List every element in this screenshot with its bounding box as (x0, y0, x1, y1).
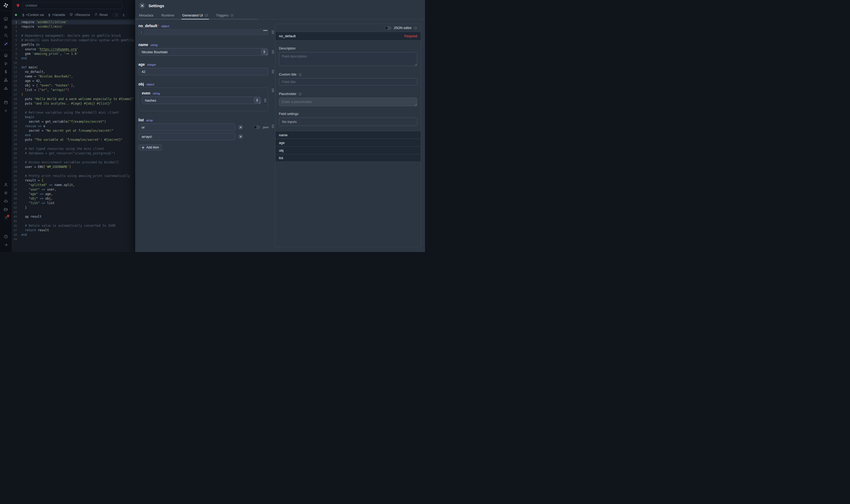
sidebar-item-help[interactable] (0, 233, 12, 241)
sidebar-expand-button[interactable] (0, 241, 12, 249)
code-line[interactable]: 10 (12, 61, 135, 65)
sidebar-item-settings[interactable] (0, 189, 12, 197)
code-line[interactable]: 8 gem 'amazing_print', '~> 1.6' (12, 52, 135, 56)
code-line[interactable]: 5# Windmill uses bundler/inline compatib… (12, 38, 135, 42)
code-line[interactable]: 12 no_default, (12, 70, 135, 74)
sidebar-item-assistant[interactable] (0, 197, 12, 206)
code-line[interactable]: 11def main( (12, 65, 135, 70)
code-line[interactable]: 1require 'windmill/inline' (12, 20, 135, 24)
windmill-logo[interactable] (0, 0, 12, 11)
age-input[interactable] (139, 68, 268, 75)
json-toggle[interactable] (253, 125, 260, 129)
code-line[interactable]: 31 (12, 156, 135, 160)
drag-handle-icon[interactable] (272, 124, 274, 128)
sidebar-item-folders[interactable] (0, 206, 12, 214)
diff-mode-icon[interactable]: ± (123, 13, 125, 17)
no-default-json-input[interactable]: 1 (139, 29, 268, 35)
sidebar-item-home[interactable] (0, 52, 12, 60)
add-variable-button[interactable]: $ +Variable (49, 13, 65, 17)
field-row-age[interactable]: age (275, 139, 421, 146)
code-line[interactable]: 21 # Retrieve variables using the Windmi… (12, 110, 135, 115)
code-line[interactable]: 4# Dependency management: declare gems i… (12, 34, 135, 38)
code-line[interactable]: 15 obj = { "even": "hashes" }, (12, 83, 135, 88)
add-item-button[interactable]: Add item (139, 144, 162, 150)
code-line[interactable]: 47 return result (12, 228, 135, 233)
sidebar-item-favorites[interactable] (0, 23, 12, 32)
code-line[interactable]: 13 name = "Nicolas Bourbaki", (12, 74, 135, 79)
drag-handle-icon[interactable] (272, 30, 274, 34)
scrollbar-thumb[interactable] (263, 30, 268, 31)
add-resource-button[interactable]: +Resource (70, 13, 90, 17)
drag-handle-icon[interactable] (272, 70, 274, 74)
code-line[interactable]: 20 (12, 106, 135, 110)
description-textarea[interactable] (279, 52, 417, 66)
field-row-obj[interactable]: obj (275, 146, 421, 154)
tab-runtime[interactable]: Runtime (161, 11, 174, 19)
code-line[interactable]: 34 (12, 169, 135, 174)
drag-handle-icon[interactable] (272, 88, 274, 92)
add-context-var-button[interactable]: $ +Context var (22, 13, 44, 17)
code-line[interactable]: 24 rescue => e (12, 124, 135, 128)
code-line[interactable]: 39 "age" => age, (12, 192, 135, 196)
code-line[interactable]: 3 (12, 29, 135, 34)
code-line[interactable]: 40 "obj" => obj, (12, 196, 135, 201)
reset-button[interactable]: Reset (94, 13, 108, 17)
code-line[interactable]: 14 age = 42, (12, 79, 135, 83)
remove-item-button[interactable] (238, 134, 243, 139)
sidebar-item-triggers[interactable] (0, 85, 12, 93)
sidebar-item-search[interactable] (0, 32, 12, 40)
sidebar-item-ai[interactable] (0, 40, 12, 48)
code-line[interactable]: 44 ap result (12, 215, 135, 219)
sidebar-item-resources[interactable] (0, 76, 12, 85)
code-line[interactable]: 38 "user" => user, (12, 187, 135, 192)
code-line[interactable]: 28 (12, 142, 135, 147)
code-line[interactable]: 29 # Get typed resources using the mini … (12, 147, 135, 151)
code-line[interactable]: 17) (12, 92, 135, 97)
code-line[interactable]: 18 puts "Hello World and a warm welcome … (12, 97, 135, 102)
code-line[interactable]: 35 # Pretty print results using amazing_… (12, 174, 135, 178)
sidebar-item-logs[interactable] (0, 214, 12, 222)
field-row-list[interactable]: list (275, 154, 421, 162)
sidebar-item-add[interactable] (0, 107, 12, 115)
selected-field-row[interactable]: no_default Required (275, 32, 421, 40)
code-line[interactable]: 48end (12, 233, 135, 237)
code-line[interactable]: 7 source 'https://rubygems.org' (12, 47, 135, 52)
sidebar-item-schedules[interactable] (0, 99, 12, 107)
code-editor[interactable]: 1require 'windmill/inline'2require 'wind… (12, 19, 135, 252)
sidebar-item-runs[interactable] (0, 60, 12, 68)
list-item-input[interactable] (139, 133, 235, 140)
sidebar-item-account[interactable] (0, 181, 12, 189)
field-row-name[interactable]: name (275, 131, 421, 139)
code-line[interactable]: 42 } (12, 205, 135, 210)
script-title-input[interactable] (22, 2, 122, 9)
even-input[interactable] (142, 96, 261, 104)
close-button[interactable] (139, 2, 145, 9)
code-line[interactable]: 6gemfile do (12, 42, 135, 47)
code-line[interactable]: 26 end (12, 133, 135, 138)
code-line[interactable]: 36 result = { (12, 178, 135, 183)
tab-metadata[interactable]: Metadata (139, 11, 153, 19)
code-line[interactable]: 19 puts "and its acolytes.. #{age} #{obj… (12, 102, 135, 106)
drag-handle-icon[interactable] (272, 50, 274, 54)
code-line[interactable]: 30 # database = get_resource("u/user/my_… (12, 151, 135, 156)
code-line[interactable]: 16 list = ["or", "arrays!"] (12, 88, 135, 92)
code-line[interactable]: 32 # Access environment variables provid… (12, 160, 135, 165)
name-input[interactable] (139, 48, 268, 56)
list-item-input[interactable] (139, 124, 235, 131)
code-line[interactable]: 49 (12, 237, 135, 241)
diff-toggle[interactable] (112, 13, 119, 17)
placeholder-textarea[interactable] (279, 98, 417, 106)
code-line[interactable]: 46 # Return value is automatically conve… (12, 223, 135, 228)
code-line[interactable]: 37 "splitted" => name.split, (12, 183, 135, 187)
code-line[interactable]: 25 secret = "No secret yet at f/examples… (12, 128, 135, 133)
tab-triggers[interactable]: Triggers (216, 11, 234, 19)
json-editor-toggle[interactable] (384, 26, 392, 30)
code-line[interactable]: 23 secret = get_variable("f/examples/sec… (12, 120, 135, 124)
code-line[interactable]: 22 begin (12, 115, 135, 120)
custom-title-input[interactable] (279, 78, 417, 86)
drag-handle-icon[interactable] (264, 98, 266, 103)
code-line[interactable]: 43 (12, 210, 135, 215)
tab-generated-ui[interactable]: Generated UI (182, 11, 208, 19)
sidebar-item-workspace[interactable] (0, 15, 12, 23)
code-line[interactable]: 45 (12, 219, 135, 223)
